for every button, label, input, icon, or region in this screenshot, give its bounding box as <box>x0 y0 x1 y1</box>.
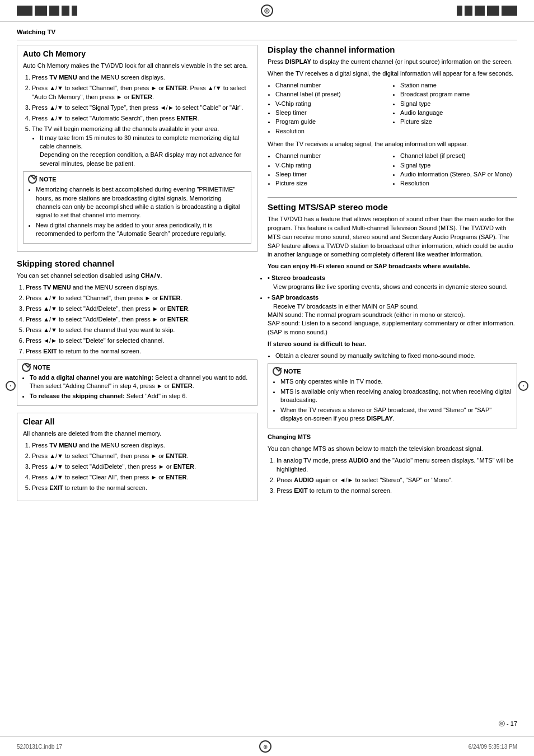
auto-ch-memory-title: Auto Ch Memory <box>23 49 251 58</box>
digital-list-col2: Station name Broadcast program name Sign… <box>392 81 517 138</box>
digital-item: Program guide <box>275 118 392 126</box>
note-icon-3 <box>273 367 282 376</box>
right-circle-mark <box>518 381 528 391</box>
analog-item: Channel label (if preset) <box>400 152 517 160</box>
skipping-title: Skipping stored channel <box>17 259 257 268</box>
note-header-2: NOTE <box>22 363 252 372</box>
mts-step-1: In analog TV mode, press AUDIO and the "… <box>277 456 517 474</box>
stereo-text: View programs like live sporting events,… <box>273 283 508 290</box>
footer-circle-icon: ⊕ <box>259 740 271 753</box>
digital-item: Channel number <box>275 81 392 90</box>
skip-step-4: Press ▲/▼ to select "Add/Delete", then p… <box>26 315 257 324</box>
display-channel-title: Display the channel information <box>268 45 517 54</box>
digital-item: Sleep timer <box>275 109 392 117</box>
clear-step-1: Press TV MENU and the MENU screen displa… <box>32 441 251 450</box>
auto-ch-memory-intro: Auto Ch Memory makes the TV/DVD look for… <box>23 62 251 71</box>
auto-ch-memory-note: NOTE Memorizing channels is best accompl… <box>23 171 251 244</box>
header-bars-left <box>17 6 77 16</box>
difficult-list: Obtain a clearer sound by manually switc… <box>275 352 517 360</box>
note-label-3: NOTE <box>284 368 301 375</box>
step-1: Press TV MENU and the MENU screen displa… <box>32 73 251 82</box>
difficult-title: If stereo sound is difficult to hear. <box>268 340 517 349</box>
note-header-3: NOTE <box>273 367 512 376</box>
bar-block <box>49 6 59 16</box>
skipping-steps: Press TV MENU and the MENU screen displa… <box>26 283 257 356</box>
mts-step-3: Press EXIT to return to the normal scree… <box>277 487 517 496</box>
analog-list-col1: Channel number V-Chip rating Sleep timer… <box>268 152 392 190</box>
digital-item: Signal type <box>400 100 517 108</box>
analog-item: Picture size <box>275 179 392 188</box>
step-4: Press ▲/▼ to select "Automatic Search", … <box>32 114 251 123</box>
digital-item: Audio language <box>400 109 517 117</box>
main-content: Watching TV Auto Ch Memory Auto Ch Memor… <box>0 22 534 519</box>
digital-item: Resolution <box>275 127 392 136</box>
skipping-note-list: To add a digital channel you are watchin… <box>30 374 252 400</box>
digital-item: V-Chip rating <box>275 100 392 108</box>
analog-item: Signal type <box>400 161 517 170</box>
sap-item: • SAP broadcasts Receive TV broadcasts i… <box>268 293 517 337</box>
step-2: Press ▲/▼ to select "Channel", then pres… <box>32 84 251 102</box>
clear-step-4: Press ▲/▼ to select "Clear All", then pr… <box>32 473 251 482</box>
bar-block-right <box>475 6 485 16</box>
right-column: Display the channel information Press DI… <box>268 45 517 508</box>
changing-mts-intro: You can change MTS as shown below to mat… <box>268 445 517 454</box>
note-label: NOTE <box>39 176 57 183</box>
auto-ch-memory-section: Auto Ch Memory Auto Ch Memory makes the … <box>17 45 257 252</box>
clear-all-steps: Press TV MENU and the MENU screen displa… <box>32 441 251 493</box>
bar-block <box>72 6 77 16</box>
header-bars-right <box>457 6 517 16</box>
section-label: Watching TV <box>17 29 517 35</box>
clear-step-3: Press ▲/▼ to select "Add/Delete", then p… <box>32 463 251 472</box>
sap-text1: Receive TV broadcasts in either MAIN or … <box>268 303 515 335</box>
digital-info-list: Channel number Channel label (if preset)… <box>268 81 517 138</box>
note-item-2: New digital channels may be added to you… <box>36 221 246 239</box>
left-column: Auto Ch Memory Auto Ch Memory makes the … <box>17 45 257 508</box>
mts-note-3: When the TV receives a stereo or SAP bro… <box>280 406 512 423</box>
skipping-intro: You can set channel selection disabled u… <box>17 272 257 281</box>
skipping-stored-channel-section: Skipping stored channel You can set chan… <box>17 259 257 406</box>
left-circle-mark <box>6 381 16 391</box>
note-icon <box>28 175 37 184</box>
clear-step-2: Press ▲/▼ to select "Channel", then pres… <box>32 452 251 461</box>
digital-item: Station name <box>400 81 517 90</box>
bar-block <box>62 6 69 16</box>
footer: 52J0131C.indb 17 ⊕ 6/24/09 5:35:13 PM <box>0 736 534 756</box>
bar-block-right <box>502 6 517 16</box>
bar-block <box>35 6 47 16</box>
skipping-note-item-2: To release the skipping channel: Select … <box>30 392 252 400</box>
mts-sap-section: Setting MTS/SAP stereo mode The TV/DVD h… <box>268 202 517 496</box>
analog-list-col2: Channel label (if preset) Signal type Au… <box>392 152 517 190</box>
display-channel-section: Display the channel information Press DI… <box>268 45 517 190</box>
step-5: The TV will begin memorizing all the cha… <box>32 125 251 169</box>
mts-sap-intro: The TV/DVD has a feature that allows rec… <box>268 215 517 260</box>
stereo-item: • Stereo broadcasts View programs like l… <box>268 274 517 291</box>
analog-info-list: Channel number V-Chip rating Sleep timer… <box>268 152 517 190</box>
mts-step-2: Press AUDIO again or ◄/► to select "Ster… <box>277 476 517 485</box>
footer-left-text: 52J0131C.indb 17 <box>17 744 62 750</box>
page-number: ⓔ - 17 <box>499 720 517 728</box>
skipping-note: NOTE To add a digital channel you are wa… <box>17 360 257 406</box>
note-list: Memorizing channels is best accomplished… <box>36 185 246 238</box>
mts-note-1: MTS only operates while in TV mode. <box>280 377 512 386</box>
skip-step-6: Press ◄/► to select "Delete" for selecte… <box>26 337 257 346</box>
skipping-note-item-1: To add a digital channel you are watchin… <box>30 374 252 391</box>
analog-item: Resolution <box>400 179 517 188</box>
skip-step-3: Press ▲/▼ to select "Add/Delete", then p… <box>26 305 257 314</box>
analog-item: V-Chip rating <box>275 161 392 170</box>
mts-note: NOTE MTS only operates while in TV mode.… <box>268 363 517 428</box>
mts-note-2: MTS is available only when receiving ana… <box>280 388 512 405</box>
divider <box>17 40 517 40</box>
mts-steps: In analog TV mode, press AUDIO and the "… <box>277 456 517 496</box>
hifi-title: You can enjoy Hi-Fi stereo sound or SAP … <box>268 262 517 271</box>
bar-block <box>17 6 32 16</box>
bar-block-right <box>465 6 472 16</box>
skip-step-1: Press TV MENU and the MENU screen displa… <box>26 283 257 292</box>
divider-2 <box>268 197 517 198</box>
bar-block-right <box>487 6 499 16</box>
changing-mts-title: Changing MTS <box>268 433 517 442</box>
note-icon-2 <box>22 363 31 372</box>
step-5-sub-item: It may take from 15 minutes to 30 minute… <box>40 134 251 169</box>
page: ⊕ Watching TV Auto Ch Memory Auto Ch Mem… <box>0 0 534 756</box>
digital-item: Broadcast program name <box>400 90 517 99</box>
clear-all-intro: All channels are deleted from the channe… <box>23 430 251 438</box>
